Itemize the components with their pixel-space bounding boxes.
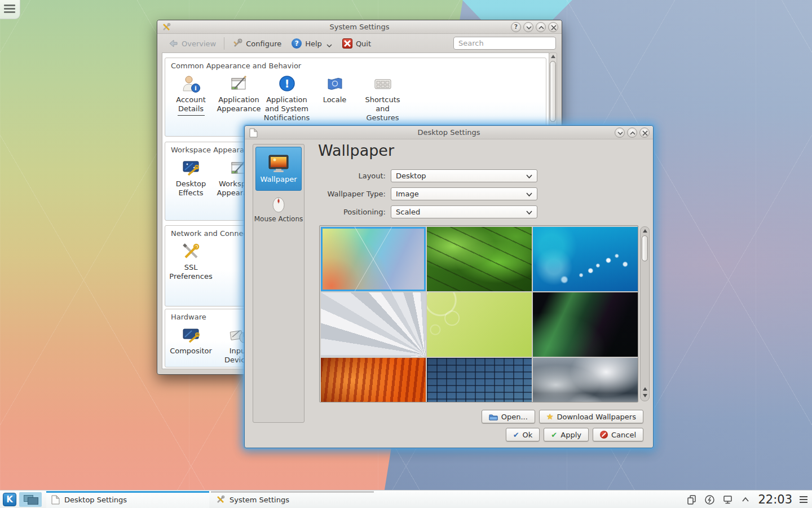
- clipboard-icon[interactable]: [687, 494, 697, 505]
- taskbar: K Desktop Settings System Settings: [0, 490, 812, 508]
- ssl-preferences-icon: [182, 242, 201, 261]
- apply-button[interactable]: ✔ Apply: [544, 428, 589, 441]
- check-icon: ✔: [551, 431, 557, 439]
- settings-item-compositor[interactable]: Compositor: [167, 326, 215, 365]
- wallpaper-thumb-stormy-sky-horizon[interactable]: [533, 358, 638, 402]
- dialog-close-button[interactable]: [639, 128, 650, 138]
- locale-flag-icon: [325, 75, 345, 94]
- active-task-indicator: [46, 491, 209, 493]
- download-wallpapers-button[interactable]: ★ Download Wallpapers: [539, 410, 643, 423]
- chevron-down-icon: [526, 192, 532, 197]
- configure-label: Configure: [246, 40, 281, 48]
- taskbar-item-desktop-settings[interactable]: Desktop Settings: [46, 491, 209, 508]
- help-button[interactable]: ? Help: [286, 36, 337, 51]
- digital-clock[interactable]: 22:03: [758, 493, 792, 506]
- pager-window-icon: [28, 497, 38, 505]
- star-icon: ★: [546, 412, 554, 421]
- wallpaper-monitor-icon: [268, 155, 289, 173]
- check-icon: ✔: [513, 431, 519, 439]
- wallpaper-thumb-blue-mosaic-tiles[interactable]: [427, 358, 532, 402]
- dialog-title: Desktop Settings: [245, 128, 653, 137]
- configure-button[interactable]: Configure: [227, 36, 286, 51]
- task-label: Desktop Settings: [64, 496, 127, 504]
- sidebar-item-label: Mouse Actions: [254, 215, 303, 223]
- positioning-value: Scaled: [396, 208, 420, 216]
- scrollbar-thumb[interactable]: [642, 235, 648, 261]
- settings-item-account-details[interactable]: i Account Details: [167, 75, 215, 122]
- settings-item-shortcuts[interactable]: Shortcuts and Gestures: [359, 75, 407, 122]
- chevron-up-icon: [629, 130, 636, 136]
- scroll-up-icon: [551, 55, 555, 58]
- folder-icon: [489, 413, 498, 421]
- scroll-down-icon: [643, 394, 647, 397]
- virtual-desktop-pager[interactable]: [19, 492, 42, 507]
- search-input[interactable]: [453, 37, 556, 50]
- item-label: Locale: [323, 95, 347, 104]
- settings-item-application-appearance[interactable]: Application Appearance: [215, 75, 263, 122]
- dialog-maximize-button[interactable]: [627, 128, 637, 138]
- compositor-icon: [182, 326, 201, 345]
- wallpaper-type-label: Wallpaper Type:: [267, 190, 386, 198]
- wallpaper-thumb-lime-green-circles[interactable]: [427, 292, 532, 357]
- layout-label: Layout:: [267, 172, 386, 180]
- settings-item-desktop-effects[interactable]: Desktop Effects: [167, 159, 215, 198]
- gallery-scrollbar[interactable]: [640, 226, 650, 401]
- wallpaper-thumb-kde-default-triangles[interactable]: [321, 227, 426, 291]
- positioning-select[interactable]: Scaled: [391, 205, 537, 218]
- item-label: SSL Preferences: [167, 263, 215, 281]
- open-label: Open...: [501, 413, 528, 421]
- toolbar-separator: [224, 37, 224, 50]
- wallpaper-thumb-blue-bokeh-lights[interactable]: [533, 227, 638, 291]
- open-button[interactable]: Open...: [482, 410, 535, 423]
- settings-item-ssl-preferences[interactable]: SSL Preferences: [167, 242, 215, 281]
- notifications-icon: !: [277, 75, 297, 94]
- ok-button[interactable]: ✔ Ok: [506, 428, 540, 441]
- layout-select[interactable]: Desktop: [391, 169, 537, 182]
- window-maximize-button[interactable]: [536, 22, 546, 32]
- chevron-up-icon: [538, 25, 545, 30]
- system-settings-toolbar: Overview Configure ? Help Quit: [157, 34, 449, 52]
- question-icon: ?: [514, 23, 518, 30]
- sidebar-item-wallpaper[interactable]: Wallpaper: [255, 147, 302, 191]
- window-minimize-button[interactable]: [523, 22, 533, 32]
- wallpaper-thumb-red-autumn-leaves[interactable]: [321, 358, 426, 402]
- document-icon: [51, 495, 60, 505]
- window-title: System Settings: [157, 23, 562, 31]
- dialog-titlebar[interactable]: Desktop Settings: [245, 126, 653, 139]
- wallpaper-thumb-gray-light-rays[interactable]: [321, 292, 426, 357]
- item-label: Compositor: [170, 347, 212, 356]
- wallpaper-thumb-aurora-night-sky[interactable]: [533, 292, 638, 357]
- application-launcher-button[interactable]: K: [3, 493, 16, 506]
- wrench-icon: [232, 38, 242, 49]
- help-label: Help: [305, 40, 322, 48]
- account-details-icon: i: [182, 75, 201, 94]
- download-label: Download Wallpapers: [557, 413, 636, 421]
- dialog-minimize-button[interactable]: [615, 128, 625, 138]
- display-monitor-icon[interactable]: [722, 494, 733, 505]
- settings-item-locale[interactable]: Locale: [311, 75, 359, 122]
- page-title: Wallpaper: [318, 142, 394, 159]
- window-help-button[interactable]: ?: [511, 22, 521, 32]
- chevron-down-icon: [617, 130, 624, 136]
- cancel-label: Cancel: [611, 431, 636, 439]
- power-management-icon[interactable]: [704, 494, 715, 505]
- scrollbar-thumb[interactable]: [550, 61, 556, 122]
- item-label: Shortcuts and Gestures: [359, 95, 407, 122]
- chevron-down-icon: [526, 25, 532, 30]
- settings-item-notifications[interactable]: ! Application and System Notifications: [263, 75, 311, 122]
- quit-button[interactable]: Quit: [337, 36, 376, 51]
- item-label: Desktop Effects: [167, 179, 215, 198]
- panel-hamburger-icon[interactable]: [800, 496, 807, 503]
- arrow-left-icon: [168, 38, 178, 49]
- system-settings-titlebar[interactable]: System Settings ?: [157, 20, 562, 34]
- tray-expand-chevron-up-icon[interactable]: [740, 496, 751, 503]
- taskbar-item-system-settings[interactable]: System Settings: [211, 491, 374, 508]
- wallpaper-thumb-green-pine-branches[interactable]: [427, 227, 532, 291]
- desktop-toolbox-button[interactable]: [0, 0, 20, 19]
- close-icon: [642, 130, 648, 136]
- overview-button[interactable]: Overview: [163, 36, 221, 51]
- cancel-button[interactable]: Cancel: [593, 428, 643, 441]
- wallpaper-type-select[interactable]: Image: [391, 187, 537, 200]
- item-label: Application Appearance: [215, 95, 263, 113]
- window-close-button[interactable]: [548, 22, 558, 32]
